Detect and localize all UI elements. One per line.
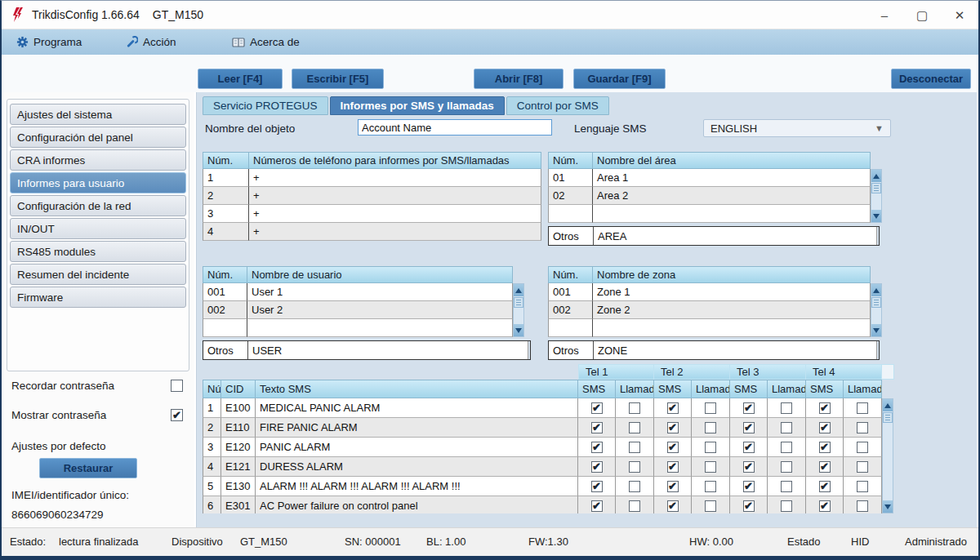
object-name-input[interactable] [358, 119, 552, 136]
call-checkbox[interactable] [781, 500, 792, 512]
name-cell[interactable] [593, 319, 871, 337]
call-checkbox[interactable] [629, 500, 640, 512]
phone-num-cell[interactable]: 1 [203, 169, 249, 187]
tab-1[interactable]: Informes por SMS y llamadas [330, 96, 505, 115]
sidebar-item-resumen-del-incidente[interactable]: Resumen del incidente [10, 264, 186, 285]
sms-checkbox[interactable]: ✔ [667, 402, 679, 414]
sms-checkbox[interactable]: ✔ [743, 481, 755, 492]
menu-acerca-de[interactable]: Acerca de [232, 29, 300, 55]
restore-button[interactable]: Restaurar [39, 458, 137, 478]
num-cell[interactable] [548, 205, 593, 223]
event-cid-cell[interactable]: E301 [221, 496, 256, 513]
call-checkbox[interactable] [629, 481, 640, 492]
vertical-scrollbar[interactable] [871, 169, 882, 223]
sms-checkbox[interactable]: ✔ [667, 481, 679, 492]
read-button[interactable]: Leer [F4] [198, 69, 283, 89]
call-checkbox[interactable] [781, 481, 792, 492]
num-cell[interactable] [203, 319, 247, 337]
scroll-up-button[interactable] [871, 170, 881, 182]
sidebar-item-informes-para-usuario[interactable]: Informes para usuario [10, 172, 186, 193]
disconnect-button[interactable]: Desconectar [891, 69, 971, 89]
sidebar-item-cra-informes[interactable]: CRA informes [10, 149, 186, 171]
vertical-scrollbar[interactable] [513, 283, 524, 337]
sms-checkbox[interactable]: ✔ [591, 461, 603, 473]
write-button[interactable]: Escribir [F5] [292, 69, 384, 89]
sms-checkbox[interactable]: ✔ [819, 481, 831, 492]
sms-checkbox[interactable]: ✔ [819, 461, 831, 473]
call-checkbox[interactable] [781, 461, 792, 473]
name-cell[interactable]: Zone 2 [593, 301, 871, 319]
call-checkbox[interactable] [629, 422, 640, 433]
otros-value-cell[interactable]: USER [248, 341, 528, 359]
num-cell[interactable]: 001 [548, 283, 593, 301]
scroll-down-button[interactable] [883, 500, 893, 513]
sidebar-item-rs485-modules[interactable]: RS485 modules [10, 241, 186, 262]
tab-0[interactable]: Servicio PROTEGUS [203, 96, 328, 115]
scroll-down-button[interactable] [871, 324, 881, 336]
phone-value-cell[interactable]: + [249, 169, 541, 187]
call-checkbox[interactable] [781, 442, 792, 453]
event-cid-cell[interactable]: E120 [221, 438, 256, 457]
remember-password-checkbox[interactable] [171, 380, 183, 392]
call-checkbox[interactable] [781, 402, 792, 414]
call-checkbox[interactable] [857, 402, 868, 414]
otros-value-cell[interactable]: AREA [594, 227, 877, 245]
sms-checkbox[interactable]: ✔ [743, 461, 755, 473]
sidebar-item-firmware[interactable]: Firmware [10, 287, 186, 308]
sms-checkbox[interactable]: ✔ [743, 442, 755, 453]
num-cell[interactable]: 002 [203, 301, 247, 319]
phone-value-cell[interactable]: + [249, 187, 541, 205]
event-cid-cell[interactable]: E121 [221, 457, 256, 477]
sms-checkbox[interactable]: ✔ [591, 422, 603, 433]
name-cell[interactable] [593, 205, 871, 223]
scroll-thumb[interactable] [871, 297, 881, 308]
scroll-down-button[interactable] [514, 324, 523, 336]
scroll-thumb[interactable] [514, 297, 523, 308]
scroll-thumb[interactable] [871, 183, 881, 193]
num-cell[interactable]: 01 [548, 169, 593, 187]
otros-label-cell[interactable]: Otros [549, 341, 594, 359]
menu-accion[interactable]: Acción [126, 29, 176, 55]
minimize-button[interactable]: – [866, 1, 903, 29]
call-checkbox[interactable] [705, 402, 716, 414]
call-checkbox[interactable] [857, 442, 868, 453]
num-cell[interactable]: 02 [548, 187, 593, 205]
name-cell[interactable]: Area 2 [593, 187, 871, 205]
sidebar-item-configuraci-n-del-panel[interactable]: Configuración del panel [10, 127, 186, 148]
num-cell[interactable]: 001 [203, 283, 247, 301]
call-checkbox[interactable] [629, 442, 640, 453]
event-text-cell[interactable]: PANIC ALARM [256, 438, 578, 457]
scroll-thumb[interactable] [883, 412, 893, 423]
otros-value-cell[interactable]: ZONE [594, 341, 877, 359]
num-cell[interactable] [548, 319, 593, 337]
sms-checkbox[interactable]: ✔ [819, 422, 831, 433]
call-checkbox[interactable] [857, 422, 868, 433]
name-cell[interactable]: User 2 [247, 301, 513, 319]
phone-num-cell[interactable]: 2 [203, 187, 249, 205]
call-checkbox[interactable] [705, 500, 716, 512]
otros-label-cell[interactable]: Otros [549, 227, 594, 245]
name-cell[interactable] [247, 319, 513, 337]
sms-checkbox[interactable]: ✔ [743, 500, 755, 512]
sms-checkbox[interactable]: ✔ [819, 402, 831, 414]
call-checkbox[interactable] [705, 461, 716, 473]
call-checkbox[interactable] [705, 422, 716, 433]
event-cid-cell[interactable]: E110 [221, 418, 256, 438]
open-button[interactable]: Abrir [F8] [474, 69, 564, 89]
scroll-up-button[interactable] [883, 399, 893, 411]
sms-checkbox[interactable]: ✔ [667, 461, 679, 473]
sms-checkbox[interactable]: ✔ [819, 500, 831, 512]
sidebar-item-in-out[interactable]: IN/OUT [10, 218, 186, 239]
scroll-up-button[interactable] [514, 284, 523, 296]
event-cid-cell[interactable]: E130 [221, 477, 256, 496]
save-button[interactable]: Guardar [F9] [573, 69, 666, 89]
call-checkbox[interactable] [857, 481, 868, 492]
sms-checkbox[interactable]: ✔ [591, 442, 603, 453]
sms-checkbox[interactable]: ✔ [743, 402, 755, 414]
show-password-checkbox[interactable]: ✔ [171, 409, 183, 421]
scroll-down-button[interactable] [871, 210, 881, 222]
phone-value-cell[interactable]: + [249, 223, 541, 241]
phone-value-cell[interactable]: + [249, 205, 541, 223]
maximize-button[interactable]: ▢ [903, 1, 941, 29]
name-cell[interactable]: Area 1 [593, 169, 871, 187]
